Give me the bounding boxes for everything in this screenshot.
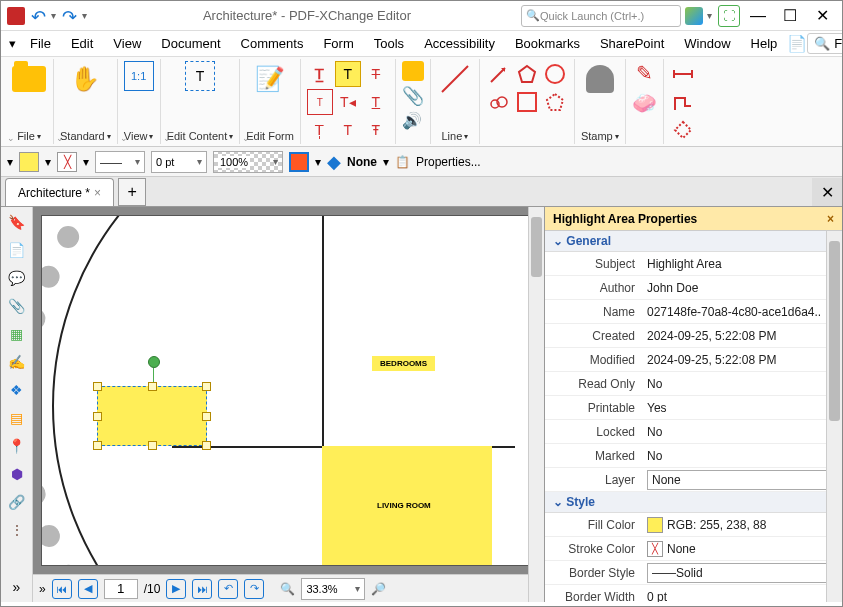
area-icon[interactable]	[670, 117, 696, 143]
next-view-button[interactable]: ↷	[244, 579, 264, 599]
menu-bookmarks[interactable]: Bookmarks	[505, 33, 590, 54]
prop-stroke-color[interactable]: ╳None	[643, 541, 842, 557]
attach-icon[interactable]: 📎	[402, 85, 424, 107]
fullscreen-icon[interactable]: ⛶	[718, 5, 740, 27]
tab-architecture[interactable]: Architecture * ×	[5, 178, 114, 206]
border-width-select[interactable]: 0 pt▾	[151, 151, 207, 173]
rect-icon[interactable]	[514, 89, 540, 115]
resize-handle-n[interactable]	[148, 382, 157, 391]
prev-view-button[interactable]: ↶	[218, 579, 238, 599]
props-scrollbar-thumb[interactable]	[829, 241, 840, 421]
zoom-select[interactable]: 33.3%▾	[301, 578, 365, 600]
ribbon-line[interactable]: Line▾	[431, 59, 480, 144]
zoom-in-button[interactable]: 🔎	[371, 582, 386, 596]
properties-button[interactable]: Properties...	[416, 155, 481, 169]
find-prev-icon[interactable]: 📄	[787, 34, 807, 53]
properties-close-icon[interactable]: ×	[827, 212, 834, 226]
prop-author[interactable]: John Doe	[643, 281, 842, 295]
properties-icon[interactable]: 📋	[395, 155, 410, 169]
prop-readonly[interactable]: No	[643, 377, 842, 391]
menu-comments[interactable]: Comments	[231, 33, 314, 54]
ribbon-edit-form[interactable]: 📝 Edit Form ⌄	[240, 59, 301, 144]
prop-name[interactable]: 027148fe-70a8-4c80-ace1d6a4..	[643, 305, 842, 319]
menu-help[interactable]: Help	[741, 33, 788, 54]
text-replace-icon[interactable]: Ŧ	[363, 117, 389, 143]
line-style-select[interactable]: ——▾	[95, 151, 145, 173]
tags-icon[interactable]: ⋮	[6, 519, 28, 541]
prop-border-style-select[interactable]: —— Solid▾	[647, 563, 842, 583]
zoom-out-button[interactable]: 🔍	[280, 582, 295, 596]
prop-locked[interactable]: No	[643, 425, 842, 439]
fill-color-swatch[interactable]	[19, 152, 39, 172]
perimeter-icon[interactable]	[670, 89, 696, 115]
textbox-tool-icon[interactable]: T	[307, 89, 333, 115]
callout-tool-icon[interactable]: T◂	[335, 89, 361, 115]
polygon-icon[interactable]	[514, 61, 540, 87]
close-button[interactable]: ✕	[808, 5, 836, 27]
menu-sharepoint[interactable]: SharePoint	[590, 33, 674, 54]
menu-edit[interactable]: Edit	[61, 33, 103, 54]
menu-file[interactable]: File	[20, 33, 61, 54]
prop-border-width[interactable]: 0 pt	[643, 590, 842, 603]
content-icon[interactable]: ▤	[6, 407, 28, 429]
section-general[interactable]: ⌄ General	[545, 231, 842, 252]
scrollbar-thumb[interactable]	[531, 217, 542, 277]
prop-printable[interactable]: Yes	[643, 401, 842, 415]
thumbnails-icon[interactable]: 📄	[6, 239, 28, 261]
bookmarks-icon[interactable]: 🔖	[6, 211, 28, 233]
prop-fill-color[interactable]: RGB: 255, 238, 88	[643, 517, 842, 533]
ribbon-standard[interactable]: ✋ Standard▾ ⌄	[54, 59, 118, 144]
links-icon[interactable]: 🔗	[6, 491, 28, 513]
ui-options-icon[interactable]	[685, 7, 703, 25]
fields-icon[interactable]: ▦	[6, 323, 28, 345]
minimize-button[interactable]: —	[744, 5, 772, 27]
signatures-icon[interactable]: ✍	[6, 351, 28, 373]
prop-subject[interactable]: Highlight Area	[643, 257, 842, 271]
section-style[interactable]: ⌄ Style	[545, 492, 842, 513]
comments-icon[interactable]: 💬	[6, 267, 28, 289]
props-scrollbar[interactable]	[826, 231, 842, 602]
menu-form[interactable]: Form	[313, 33, 363, 54]
resize-handle-nw[interactable]	[93, 382, 102, 391]
text-correction-icon[interactable]: T̩	[307, 117, 333, 143]
ribbon-file[interactable]: File▾ ⌄	[5, 59, 54, 144]
text-tool-icon[interactable]: T̲	[307, 61, 333, 87]
note-icon[interactable]	[402, 61, 424, 81]
sound-icon[interactable]: 🔊	[402, 111, 424, 130]
resize-handle-e[interactable]	[202, 412, 211, 421]
resize-handle-se[interactable]	[202, 441, 211, 450]
page-number-input[interactable]	[104, 579, 138, 599]
polygon2-icon[interactable]	[542, 89, 568, 115]
menu-tools[interactable]: Tools	[364, 33, 414, 54]
undo-button[interactable]: ↶	[31, 6, 51, 26]
resize-handle-sw[interactable]	[93, 441, 102, 450]
resize-handle-s[interactable]	[148, 441, 157, 450]
opacity-select[interactable]: 100%▾	[213, 151, 283, 173]
redo-button[interactable]: ↷	[62, 6, 82, 26]
resize-handle-w[interactable]	[93, 412, 102, 421]
attachments-icon[interactable]: 📎	[6, 295, 28, 317]
find-button[interactable]: 🔍Find...	[807, 33, 843, 54]
ribbon-view[interactable]: 1:1 View▾ ⌄	[118, 59, 161, 144]
prop-layer-select[interactable]: None▾	[647, 470, 842, 490]
highlight-tool-icon[interactable]: T	[335, 61, 361, 87]
menu-accessibility[interactable]: Accessibility	[414, 33, 505, 54]
maximize-button[interactable]: ☐	[776, 5, 804, 27]
resize-handle-ne[interactable]	[202, 382, 211, 391]
prev-page-button[interactable]: ◀	[78, 579, 98, 599]
ellipse-icon[interactable]	[542, 61, 568, 87]
options-icon[interactable]: »	[39, 582, 46, 596]
stroke-color-swatch[interactable]: ╳	[57, 152, 77, 172]
menu-document[interactable]: Document	[151, 33, 230, 54]
more-icon[interactable]: »	[6, 576, 28, 598]
destinations-icon[interactable]: 📍	[6, 435, 28, 457]
page-canvas[interactable]: BEDROOMS LIVING ROOM	[41, 215, 536, 566]
pencil-icon[interactable]: ✎	[636, 61, 653, 85]
close-all-button[interactable]: ✕	[812, 178, 842, 206]
strikeout-tool-icon[interactable]: T	[363, 61, 389, 87]
menu-window[interactable]: Window	[674, 33, 740, 54]
ribbon-edit-content[interactable]: T Edit Content▾ ⌄	[161, 59, 241, 144]
quick-launch-input[interactable]: 🔍 Quick Launch (Ctrl+.)	[521, 5, 681, 27]
next-page-button[interactable]: ▶	[166, 579, 186, 599]
blend-swatch[interactable]	[289, 152, 309, 172]
